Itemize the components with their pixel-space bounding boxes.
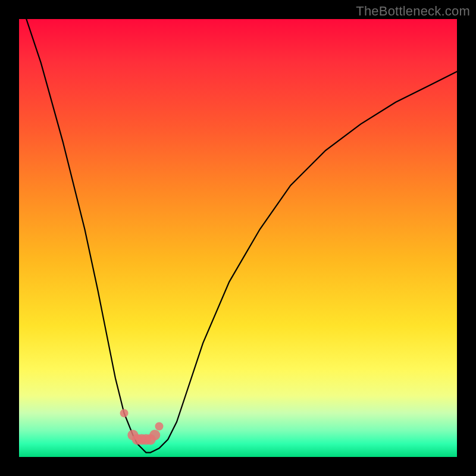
highlight-markers xyxy=(120,409,164,444)
watermark-text: TheBottleneck.com xyxy=(356,4,470,19)
bottleneck-curve xyxy=(19,19,457,457)
marker-point xyxy=(120,409,129,417)
marker-point xyxy=(155,422,164,431)
plot-area xyxy=(19,19,457,457)
marker-point xyxy=(149,430,160,440)
